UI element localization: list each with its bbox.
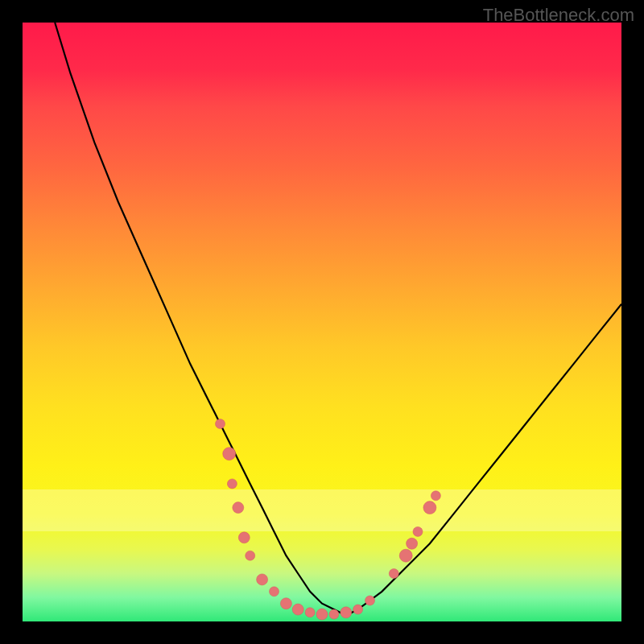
curve-marker (329, 609, 339, 619)
curve-marker (270, 587, 279, 597)
curve-marker (257, 574, 268, 585)
curve-marker (353, 605, 363, 614)
curve-marker (413, 526, 423, 536)
curve-marker (389, 569, 398, 579)
curve-marker (227, 479, 237, 489)
watermark-text: TheBottleneck.com (483, 5, 634, 26)
curve-marker (305, 608, 315, 617)
curve-marker (280, 598, 291, 609)
curve-marker (423, 502, 436, 514)
plot-area (23, 23, 621, 621)
curve-marker (316, 609, 328, 620)
curve-marker (216, 419, 225, 429)
curve-marker (246, 551, 255, 560)
curve-markers (216, 419, 441, 621)
curve-marker (341, 607, 352, 618)
curve-marker (223, 448, 236, 460)
curve-marker (431, 491, 440, 501)
curve-marker (407, 538, 418, 549)
curve-marker (233, 502, 244, 514)
chart-svg (23, 23, 621, 621)
bottleneck-curve (55, 23, 621, 616)
curve-marker (399, 549, 412, 562)
curve-marker (292, 604, 303, 615)
curve-marker (365, 596, 375, 605)
curve-marker (238, 532, 250, 543)
